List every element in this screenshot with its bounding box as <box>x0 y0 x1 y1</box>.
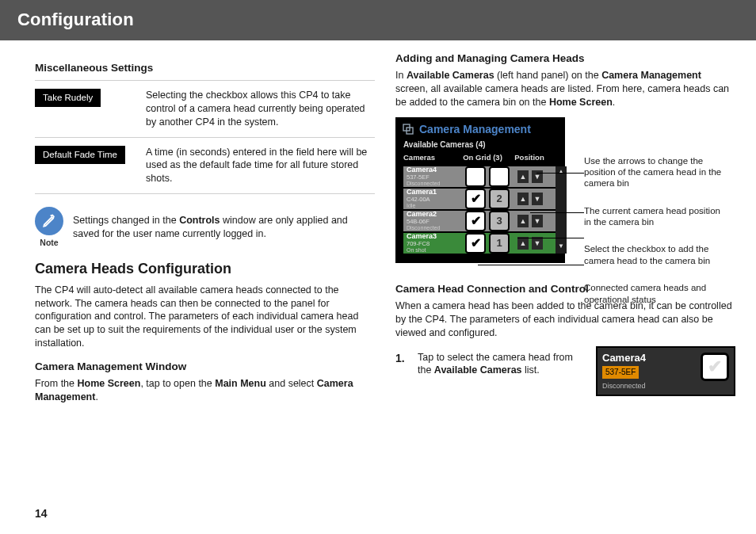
callout-leader <box>530 212 584 213</box>
note-text: Settings changed in the Controls window … <box>73 214 375 241</box>
on-grid-checkbox[interactable] <box>465 233 486 254</box>
position-arrows: ▲▼ <box>517 215 543 227</box>
setting-desc: A time (in seconds) entered in the field… <box>146 137 375 194</box>
callout-position: The current camera head position in the … <box>584 205 728 228</box>
camera-info: Camera254B-06FDisconnected <box>403 209 462 232</box>
note-block: Note Settings changed in the Controls wi… <box>35 207 375 248</box>
camera-heads-config-heading: Camera Heads Configuration <box>35 259 375 278</box>
position-indicator: 1 <box>489 233 510 254</box>
page-body: Miscellaneous Settings Take Rudely Selec… <box>0 40 756 410</box>
step-text: Tap to select the camera head from the A… <box>418 351 585 378</box>
camera-heads-config-body: The CP4 will auto-detect all available c… <box>35 284 375 350</box>
step-1: 1. Tap to select the camera head from th… <box>395 351 585 378</box>
chip-status: Disconnected <box>602 381 729 391</box>
right-column: Adding and Managing Camera Heads In Avai… <box>395 51 735 410</box>
camera-management-figure: Camera Management Available Cameras (4) … <box>395 117 735 263</box>
callout-arrows: Use the arrows to change the position of… <box>584 155 728 189</box>
amch-heading: Adding and Managing Camera Heads <box>395 51 735 66</box>
position-indicator: 3 <box>489 211 510 231</box>
move-down-icon[interactable]: ▼ <box>532 237 543 250</box>
position-arrows: ▲▼ <box>517 193 543 205</box>
windows-icon <box>402 123 414 135</box>
on-grid-checkbox[interactable] <box>465 189 486 209</box>
camera-row[interactable]: Camera1C42-00AIdle2▲▼ <box>403 189 557 209</box>
table-row: Default Fade Time A time (in seconds) en… <box>35 137 375 194</box>
amch-body: In Available Cameras (left hand panel) o… <box>395 69 735 109</box>
setting-desc: Selecting the checkbox allows this CP4 t… <box>146 80 375 137</box>
panel-subtitle: Available Cameras (4) <box>395 139 565 153</box>
page-title: Configuration <box>17 10 134 29</box>
camera-row[interactable]: Camera4537-5EFDisconnected▲▼ <box>403 166 557 187</box>
camera-row[interactable]: Camera254B-06FDisconnected3▲▼ <box>403 211 557 231</box>
move-down-icon[interactable]: ▼ <box>532 215 543 227</box>
camera-management-panel: Camera Management Available Cameras (4) … <box>395 117 565 263</box>
cmw-heading: Camera Management Window <box>35 360 375 374</box>
chip-id: 537-5EF <box>602 366 639 379</box>
camera-info: Camera3709-FC8On shot <box>403 231 462 254</box>
left-column: Miscellaneous Settings Take Rudely Selec… <box>35 51 375 410</box>
callout-leader <box>517 238 584 238</box>
callout-leader <box>536 173 584 174</box>
on-grid-checkbox[interactable] <box>465 211 486 231</box>
chcc-body: When a camera head has been added to the… <box>395 299 735 340</box>
on-grid-checkbox[interactable] <box>465 166 486 187</box>
chip-checkbox[interactable]: ✔ <box>701 353 729 381</box>
callout-checkbox: Select the checkbox to add the camera he… <box>584 243 728 266</box>
page-number: 14 <box>35 506 48 521</box>
position-indicator <box>489 166 510 187</box>
move-up-icon[interactable]: ▲ <box>517 237 529 250</box>
callout-list: Use the arrows to change the position of… <box>584 155 728 305</box>
camera-row[interactable]: Camera3709-FC8On shot1▲▼ <box>403 233 557 254</box>
position-indicator: 2 <box>489 189 510 209</box>
panel-scrollbar[interactable]: ▲ ▼ <box>556 166 567 254</box>
step-number: 1. <box>395 351 411 378</box>
move-up-icon[interactable]: ▲ <box>517 170 529 183</box>
move-up-icon[interactable]: ▲ <box>517 193 529 205</box>
callout-leader <box>478 265 584 265</box>
cmw-body: From the Home Screen, tap to open the Ma… <box>35 377 375 404</box>
panel-columns: Cameras On Grid (3) Position <box>395 153 565 166</box>
callout-status: Connected camera heads and operational s… <box>584 282 728 305</box>
position-arrows: ▲▼ <box>517 237 543 250</box>
misc-settings-table: Take Rudely Selecting the checkbox allow… <box>35 80 375 194</box>
camera-info: Camera4537-5EFDisconnected <box>403 165 462 188</box>
page-header: Configuration <box>0 0 756 40</box>
selected-camera-chip[interactable]: Camera4 537-5EF Disconnected ✔ <box>596 346 735 397</box>
move-down-icon[interactable]: ▼ <box>532 193 543 205</box>
misc-settings-heading: Miscellaneous Settings <box>35 61 375 75</box>
camera-info: Camera1C42-00AIdle <box>403 187 462 210</box>
panel-title: Camera Management <box>419 122 531 137</box>
note-caption: Note <box>35 237 63 248</box>
note-pencil-icon <box>35 207 63 235</box>
move-up-icon[interactable]: ▲ <box>517 215 529 227</box>
scroll-down-icon[interactable]: ▼ <box>556 242 566 252</box>
setting-chip-default-fade: Default Fade Time <box>35 146 125 165</box>
setting-chip-take-rudely: Take Rudely <box>35 89 101 108</box>
table-row: Take Rudely Selecting the checkbox allow… <box>35 80 375 137</box>
